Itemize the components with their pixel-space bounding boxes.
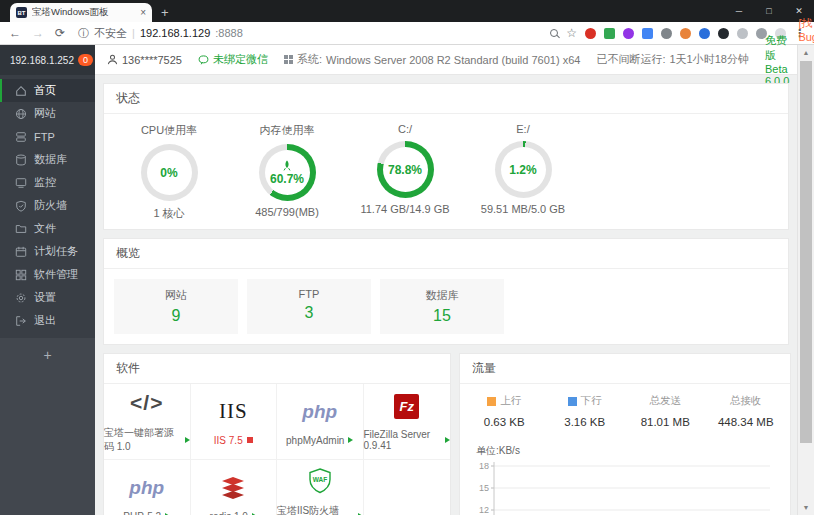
sidebar-item-database[interactable]: 数据库	[0, 148, 95, 171]
sidebar-item-files[interactable]: 文件	[0, 217, 95, 240]
software-panel-title: 软件	[104, 354, 450, 384]
card-value: 15	[380, 307, 504, 325]
status-panel-title: 状态	[104, 84, 788, 114]
sidebar-item-label: 设置	[34, 290, 56, 305]
iis-logo: IIS	[219, 398, 248, 426]
tab-favicon-icon: BT	[16, 7, 27, 18]
gauge-label: E:/	[464, 123, 582, 135]
baota-panel: 192.168.1.252 0 首页 网站 FTP 数据库 监控	[0, 45, 797, 515]
overview-cards: 网站 9 FTP 3 数据库 15	[104, 269, 788, 344]
ext-blue-icon[interactable]	[642, 28, 653, 39]
gear-icon	[15, 292, 27, 304]
card-label: 网站	[114, 288, 238, 303]
address-bar[interactable]: ⓘ 不安全 | 192.168.1.129 :8888	[78, 26, 243, 41]
minimize-button[interactable]: ─	[724, 0, 754, 22]
new-tab-button[interactable]: +	[161, 5, 169, 20]
upstream-legend-icon	[487, 397, 496, 406]
monitor-icon	[15, 177, 27, 189]
sidebar-header[interactable]: 192.168.1.252 0	[0, 45, 95, 75]
system-value: Windows Server 2008 R2 Standard (build 7…	[326, 54, 580, 66]
software-item-iis[interactable]: IIS IIS 7.5	[191, 384, 278, 460]
sidebar-item-label: 软件管理	[34, 267, 78, 282]
traffic-panel-title: 流量	[460, 354, 790, 384]
gauge-value: 1.2%	[509, 163, 536, 177]
search-icon[interactable]	[550, 29, 558, 37]
sidebar-item-label: 退出	[34, 313, 56, 328]
page-scrollbar[interactable]: ▲ ▼	[797, 45, 814, 515]
shield-icon	[15, 200, 27, 212]
software-name: phpMyAdmin	[286, 435, 344, 446]
release-memory-rocket-icon[interactable]	[282, 160, 292, 171]
software-item-deploy[interactable]: </> 宝塔一键部署源码 1.0	[104, 384, 191, 460]
sidebar-item-home[interactable]: 首页	[0, 79, 95, 102]
sidebar-item-label: FTP	[34, 131, 55, 143]
info-icon[interactable]: ⓘ	[78, 26, 89, 41]
database-icon	[15, 154, 27, 166]
gauge-sub: 1 核心	[110, 206, 228, 221]
sidebar-item-cron[interactable]: 计划任务	[0, 240, 95, 263]
ext-o-icon[interactable]	[699, 28, 710, 39]
software-item-phpmyadmin[interactable]: php phpMyAdmin	[277, 384, 364, 460]
sidebar-item-monitor[interactable]: 监控	[0, 171, 95, 194]
ext-github-icon[interactable]	[718, 28, 729, 39]
scrollbar-down-icon[interactable]: ▼	[798, 500, 814, 515]
svg-text:15: 15	[479, 483, 489, 493]
message-badge[interactable]: 0	[78, 54, 93, 66]
gauge-sub: 11.74 GB/14.9 GB	[346, 203, 464, 215]
wechat-bind-link[interactable]: 未绑定微信	[198, 52, 268, 67]
card-ftp[interactable]: FTP 3	[247, 279, 371, 334]
reload-icon[interactable]: ⟳	[55, 26, 65, 40]
scrollbar-up-icon[interactable]: ▲	[798, 45, 814, 60]
software-item-php52[interactable]: php PHP-5.2	[104, 460, 191, 515]
software-name: 宝塔一键部署源码 1.0	[104, 426, 181, 454]
ext-adblock-icon[interactable]	[585, 28, 596, 39]
bookmark-star-icon[interactable]: ☆	[566, 26, 577, 40]
windows-icon	[284, 55, 293, 64]
add-shortcut-button[interactable]: +	[43, 347, 51, 363]
sidebar-item-ftp[interactable]: FTP	[0, 125, 95, 148]
sidebar-footer: +	[0, 338, 95, 364]
sidebar-item-sites[interactable]: 网站	[0, 102, 95, 125]
system-label: 系统:	[297, 52, 322, 67]
software-item-redis[interactable]: redis 1.0	[191, 460, 278, 515]
uptime-value: 1天1小时18分钟	[669, 52, 748, 67]
scrollbar-thumb[interactable]	[800, 61, 812, 443]
software-name: IIS 7.5	[214, 435, 243, 446]
svg-text:18: 18	[479, 461, 489, 471]
waf-shield-icon: WAF	[308, 468, 332, 494]
redis-icon	[220, 476, 246, 500]
calendar-icon	[15, 246, 27, 258]
software-item-waf[interactable]: WAF 宝塔IIS防火墙 1.0	[277, 460, 364, 515]
tab-close-icon[interactable]: ×	[140, 7, 146, 18]
card-sites[interactable]: 网站 9	[114, 279, 238, 334]
wechat-icon	[198, 55, 209, 65]
ext-gray-icon[interactable]	[737, 28, 748, 39]
back-icon[interactable]: ←	[9, 26, 21, 40]
ext-filter-icon[interactable]	[661, 28, 672, 39]
ext-purple-icon[interactable]	[623, 28, 634, 39]
gauge-ring: 1.2%	[495, 141, 552, 198]
stat-value: 448.34 MB	[706, 416, 787, 428]
tab-title: 宝塔Windows面板	[32, 6, 135, 19]
running-state-icon	[185, 437, 190, 443]
software-name: PHP-5.2	[123, 511, 161, 515]
account-link[interactable]: 136****7525	[107, 54, 182, 66]
url-port: :8888	[215, 27, 243, 39]
apps-grid-icon	[15, 269, 27, 281]
browser-tab[interactable]: BT 宝塔Windows面板 ×	[10, 3, 152, 22]
ext-q-icon[interactable]	[680, 28, 691, 39]
server-ip: 192.168.1.252	[10, 55, 74, 66]
card-database[interactable]: 数据库 15	[380, 279, 504, 334]
sidebar-item-firewall[interactable]: 防火墙	[0, 194, 95, 217]
card-value: 9	[114, 307, 238, 325]
software-grid: </> 宝塔一键部署源码 1.0 IIS IIS 7.5 php phpMyAd…	[104, 384, 450, 515]
sidebar-item-settings[interactable]: 设置	[0, 286, 95, 309]
card-label: FTP	[247, 288, 371, 300]
software-name: FileZilla Server 0.9.41	[364, 429, 442, 451]
gauge-ring: 78.8%	[377, 141, 434, 198]
php-logo: php	[129, 474, 164, 502]
ext-green-icon[interactable]	[604, 28, 615, 39]
software-item-filezilla[interactable]: Fz FileZilla Server 0.9.41	[364, 384, 451, 460]
sidebar-item-logout[interactable]: 退出	[0, 309, 95, 332]
sidebar-item-software[interactable]: 软件管理	[0, 263, 95, 286]
